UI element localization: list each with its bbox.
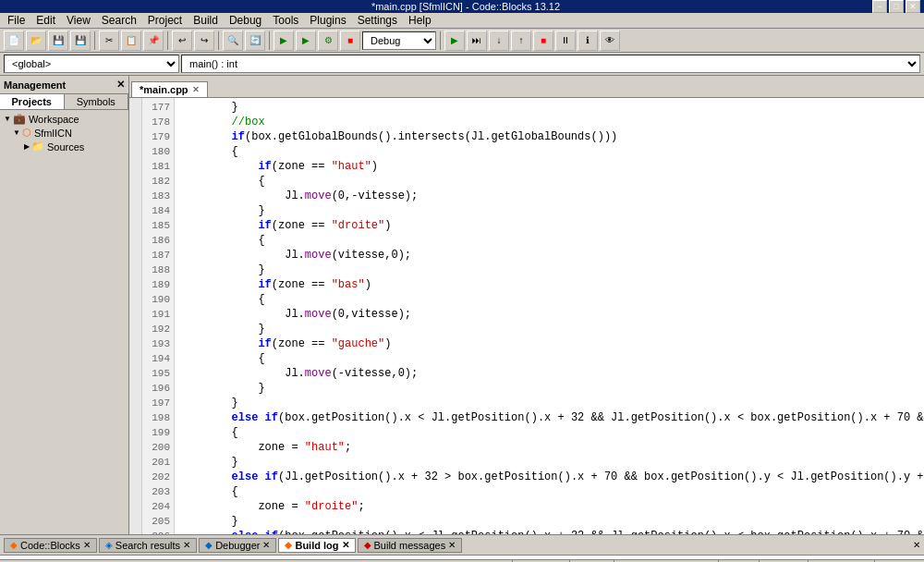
sidebar-close-icon[interactable]: ✕	[116, 79, 125, 91]
menu-item-settings[interactable]: Settings	[352, 13, 403, 28]
title-controls: − □ ✕	[872, 0, 920, 13]
title-bar: *main.cpp [SfmlICN] - Code::Blocks 13.12…	[0, 0, 924, 13]
separator2	[167, 31, 168, 50]
menu-item-build[interactable]: Build	[188, 13, 224, 28]
menu-item-project[interactable]: Project	[142, 13, 188, 28]
close-button[interactable]: ✕	[906, 0, 920, 13]
window-title: *main.cpp [SfmlICN] - Code::Blocks 13.12	[371, 1, 560, 12]
build-log-tab-close[interactable]: ✕	[342, 540, 349, 550]
workspace-expand-icon: ▼	[4, 115, 11, 123]
menu-item-edit[interactable]: Edit	[30, 13, 61, 28]
redo-button[interactable]: ↪	[194, 31, 214, 51]
debug-run-button[interactable]: ▶	[444, 31, 465, 51]
main-area: Management ✕ Projects Symbols ▼ 💼 Worksp…	[0, 76, 924, 534]
menu-item-plugins[interactable]: Plugins	[304, 13, 351, 28]
tree-project[interactable]: ▼ ⬡ SfmlICN	[2, 126, 127, 140]
search-tab-label: Search results	[116, 540, 180, 551]
function-dropdown[interactable]: main() : int	[181, 55, 920, 73]
line-numbers: 177178179180 181182183184 185186187188 1…	[142, 98, 175, 534]
tree-sources[interactable]: ▶ 📁 Sources	[2, 140, 127, 153]
debug-next-button[interactable]: ⏭	[467, 31, 487, 51]
paste-button[interactable]: 📌	[143, 31, 164, 51]
tab-symbols[interactable]: Symbols	[65, 94, 129, 109]
tree-workspace[interactable]: ▼ 💼 Workspace	[2, 112, 127, 126]
search-tab-close[interactable]: ✕	[183, 540, 190, 550]
menu-bar: FileEditViewSearchProjectBuildDebugTools…	[0, 13, 924, 29]
sidebar-header: Management ✕	[0, 76, 128, 94]
copy-button[interactable]: 📋	[121, 31, 141, 51]
code-editor[interactable]: 177178179180 181182183184 185186187188 1…	[129, 98, 924, 534]
project-label: SfmlICN	[34, 128, 72, 139]
run-button[interactable]: ▶	[296, 31, 316, 51]
debug-out-button[interactable]: ↑	[511, 31, 531, 51]
menu-item-help[interactable]: Help	[403, 13, 437, 28]
workspace-label: Workspace	[29, 114, 79, 125]
sources-icon: 📁	[31, 140, 44, 153]
tab-projects[interactable]: Projects	[0, 94, 65, 109]
maximize-button[interactable]: □	[889, 0, 904, 13]
bottom-panel: ◆ Code::Blocks ✕ ◈ Search results ✕ ◆ De…	[0, 534, 924, 559]
scope-dropdown[interactable]: <global>	[4, 55, 179, 73]
tab-close-icon[interactable]: ✕	[192, 85, 200, 94]
editor-tab-main-cpp[interactable]: *main.cpp ✕	[131, 81, 208, 97]
bottom-tabs-bar: ◆ Code::Blocks ✕ ◈ Search results ✕ ◆ De…	[0, 535, 924, 556]
debug-watch-button[interactable]: 👁	[600, 31, 620, 51]
replace-button[interactable]: 🔄	[245, 31, 265, 51]
project-tree: ▼ 💼 Workspace ▼ ⬡ SfmlICN ▶ 📁 Sources	[0, 110, 128, 534]
navigation-toolbar: <global> main() : int	[0, 53, 924, 76]
bottom-panel-close-icon[interactable]: ✕	[913, 540, 920, 550]
debugger-tab-close[interactable]: ✕	[262, 540, 270, 550]
debug-step-button[interactable]: ↓	[489, 31, 509, 51]
build-messages-tab-icon: ◆	[364, 540, 371, 550]
build-log-tab-label: Build log	[295, 540, 338, 551]
codeblocks-tab-icon: ◆	[10, 540, 18, 550]
debugger-tab-label: Debugger	[215, 540, 260, 551]
sidebar-title: Management	[4, 79, 66, 91]
build-messages-tab-close[interactable]: ✕	[448, 540, 456, 550]
new-button[interactable]: 📄	[4, 31, 24, 51]
sources-label: Sources	[47, 141, 84, 153]
debugger-tab-icon: ◆	[205, 540, 213, 550]
project-icon: ⬡	[22, 127, 31, 139]
stop-button[interactable]: ■	[340, 31, 360, 51]
editor-area: *main.cpp ✕ 177178179180 181182183184 18…	[129, 76, 924, 534]
tab-debugger[interactable]: ◆ Debugger ✕	[199, 538, 276, 553]
tab-build-log[interactable]: ◆ Build log ✕	[278, 538, 355, 553]
code-content[interactable]: } //box if(box.getGlobalBounds().interse…	[175, 98, 924, 534]
menu-item-view[interactable]: View	[61, 13, 96, 28]
sources-expand-icon: ▶	[24, 142, 30, 151]
save-button[interactable]: 💾	[48, 31, 68, 51]
separator1	[94, 31, 95, 50]
editor-tabs: *main.cpp ✕	[129, 76, 924, 98]
breakpoint-area	[129, 98, 142, 534]
debug-info-button[interactable]: ℹ	[578, 31, 598, 51]
sidebar: Management ✕ Projects Symbols ▼ 💼 Worksp…	[0, 76, 129, 534]
debug-stop-button[interactable]: ■	[533, 31, 553, 51]
tab-codeblocks[interactable]: ◆ Code::Blocks ✕	[4, 538, 97, 553]
project-expand-icon: ▼	[13, 128, 20, 137]
save-all-button[interactable]: 💾	[70, 31, 91, 51]
build-button[interactable]: ⚙	[318, 31, 338, 51]
cut-button[interactable]: ✂	[99, 31, 119, 51]
find-button[interactable]: 🔍	[223, 31, 243, 51]
menu-item-tools[interactable]: Tools	[267, 13, 304, 28]
bottom-tabs: ◆ Code::Blocks ✕ ◈ Search results ✕ ◆ De…	[4, 538, 462, 553]
open-button[interactable]: 📂	[26, 31, 46, 51]
menu-item-debug[interactable]: Debug	[224, 13, 267, 28]
separator4	[269, 31, 270, 50]
codeblocks-tab-label: Code::Blocks	[20, 540, 80, 551]
build-messages-tab-label: Build messages	[374, 540, 446, 551]
build-type-dropdown[interactable]: Debug	[362, 31, 436, 50]
codeblocks-tab-close[interactable]: ✕	[83, 540, 91, 550]
undo-button[interactable]: ↩	[172, 31, 192, 51]
main-toolbar: 📄 📂 💾 💾 ✂ 📋 📌 ↩ ↪ 🔍 🔄 ▶ ▶ ⚙ ■ Debug ▶ ⏭ …	[0, 29, 924, 53]
menu-item-file[interactable]: File	[2, 13, 30, 28]
tab-search-results[interactable]: ◈ Search results ✕	[99, 538, 197, 553]
tab-build-messages[interactable]: ◆ Build messages ✕	[358, 538, 463, 553]
debug-pause-button[interactable]: ⏸	[555, 31, 576, 51]
tab-label: *main.cpp	[140, 84, 188, 95]
separator3	[218, 31, 219, 50]
minimize-button[interactable]: −	[872, 0, 887, 13]
compile-button[interactable]: ▶	[274, 31, 294, 51]
menu-item-search[interactable]: Search	[96, 13, 142, 28]
